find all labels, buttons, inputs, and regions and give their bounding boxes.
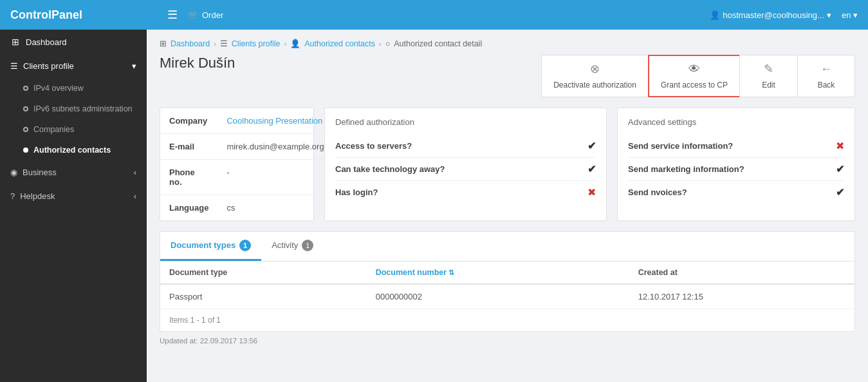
language-value: cs xyxy=(217,195,333,220)
tab-activity-label: Activity xyxy=(272,240,298,250)
contact-row-company: Company Coolhousing Presentation xyxy=(160,108,333,134)
grant-access-button[interactable]: 👁 Grant access to CP xyxy=(648,55,739,97)
breadcrumb-dashboard[interactable]: Dashboard xyxy=(171,39,210,48)
auth-label-0: Access to servers? xyxy=(335,141,412,151)
breadcrumb-authorized-contacts[interactable]: Authorized contacts xyxy=(304,39,375,48)
tabs-section-wrapper: Document types 1 Activity 1 Document typ… xyxy=(160,231,855,332)
breadcrumb-contacts-icon: 👤 xyxy=(290,39,300,48)
breadcrumb-list-icon: ☰ xyxy=(220,39,228,48)
sidebar-item-helpdesk[interactable]: ? Helpdesk ‹ xyxy=(0,184,147,208)
phone-label: Phone no. xyxy=(160,159,217,195)
hamburger-icon[interactable]: ☰ xyxy=(167,8,178,22)
adv-row-2: Send nvoices? ✔ xyxy=(628,181,844,204)
auth-check-1: ✔ xyxy=(587,163,596,175)
lang-selector[interactable]: en ▾ xyxy=(842,10,858,20)
clients-profile-icon: ☰ xyxy=(10,61,18,71)
sidebar: ⊞ Dashboard ☰ Clients profile ▾ IPv4 ove… xyxy=(0,30,147,382)
user-menu[interactable]: 👤 hostmaster@coolhousing... ▾ xyxy=(710,10,831,20)
adv-check-0: ✖ xyxy=(836,140,844,152)
table-footer: Items 1 - 1 of 1 xyxy=(160,309,854,331)
updated-at: Updated at: 22.09.2017 13:56 xyxy=(160,337,257,345)
layout: ⊞ Dashboard ☰ Clients profile ▾ IPv4 ove… xyxy=(0,30,868,382)
breadcrumb-current: Authorized contact detail xyxy=(394,39,482,48)
sidebar-item-clients-profile[interactable]: ☰ Clients profile ▾ xyxy=(0,54,147,78)
advanced-settings-section: Advanced settings Send service informati… xyxy=(618,108,854,213)
company-value: Coolhousing Presentation xyxy=(217,108,333,134)
breadcrumb-clients-profile[interactable]: Clients profile xyxy=(232,39,281,48)
auth-label-2: Has login? xyxy=(335,187,378,197)
email-label: E-mail xyxy=(160,133,217,159)
adv-label-1: Send marketing information? xyxy=(628,164,744,174)
lang-chevron-icon: ▾ xyxy=(853,10,858,20)
table-row: Passport 0000000002 12.10.2017 12:15 xyxy=(160,284,854,309)
contact-row-email: E-mail mirek.dusin@example.org xyxy=(160,133,333,159)
clients-profile-submenu: IPv4 overview IPv6 subnets administratio… xyxy=(0,78,147,160)
edit-icon: ✎ xyxy=(764,61,773,77)
sidebar-item-dashboard[interactable]: ⊞ Dashboard xyxy=(0,30,147,54)
sidebar-item-ipv6[interactable]: IPv6 subnets administration xyxy=(0,99,147,119)
breadcrumb-sep1: › xyxy=(214,40,216,48)
col-document-type: Document type xyxy=(160,262,367,284)
company-label: Company xyxy=(160,108,217,134)
cell-doc-number: 0000000002 xyxy=(367,284,629,309)
business-icon: ◉ xyxy=(10,167,17,177)
eye-icon: 👁 xyxy=(688,61,700,77)
edit-button[interactable]: ✎ Edit xyxy=(739,55,797,97)
user-icon: 👤 xyxy=(710,10,720,20)
brand-title: ControlPanel xyxy=(10,8,152,22)
dashboard-icon: ⊞ xyxy=(10,37,21,47)
email-value: mirek.dusin@example.org xyxy=(217,133,333,159)
tab-document-types[interactable]: Document types 1 xyxy=(160,232,261,261)
auth-label-1: Can take technology away? xyxy=(335,164,445,174)
table-footer-text: Items 1 - 1 of 1 xyxy=(169,316,221,325)
back-button[interactable]: ← Back xyxy=(797,55,855,97)
tab-activity[interactable]: Activity 1 xyxy=(261,232,324,261)
sidebar-item-ipv4[interactable]: IPv4 overview xyxy=(0,78,147,99)
deactivate-button[interactable]: ⊗ Deactivate authorization xyxy=(541,55,648,97)
user-email: hostmaster@coolhousing... xyxy=(723,10,824,20)
contact-card: Company Coolhousing Presentation E-mail … xyxy=(160,108,314,221)
breadcrumb-circle-icon: ○ xyxy=(385,39,391,48)
sidebar-item-companies[interactable]: Companies xyxy=(0,119,147,140)
main-content: ⊞ Dashboard › ☰ Clients profile › 👤 Auth… xyxy=(147,30,868,382)
breadcrumb: ⊞ Dashboard › ☰ Clients profile › 👤 Auth… xyxy=(160,39,855,48)
defined-auth-title: Defined authorization xyxy=(335,117,596,127)
auth-row-0: Access to servers? ✔ xyxy=(335,135,596,158)
auth-check-2: ✖ xyxy=(587,186,596,198)
back-icon: ← xyxy=(820,61,832,77)
phone-value: - xyxy=(217,159,333,195)
chevron-left-icon: ‹ xyxy=(134,167,136,177)
document-table: Document type Document number Created at… xyxy=(160,262,854,309)
dot-icon xyxy=(23,106,28,111)
order-link[interactable]: 🛒 Order xyxy=(188,10,223,20)
adv-row-0: Send service information? ✖ xyxy=(628,135,844,158)
contact-row-language: Language cs xyxy=(160,195,333,220)
adv-label-2: Send nvoices? xyxy=(628,187,687,197)
col-document-number[interactable]: Document number xyxy=(367,262,629,284)
breadcrumb-home-icon: ⊞ xyxy=(160,39,167,48)
top-nav: ControlPanel ☰ 🛒 Order 👤 hostmaster@cool… xyxy=(0,0,868,30)
sidebar-item-business[interactable]: ◉ Business ‹ xyxy=(0,160,147,184)
page-footer: Updated at: 22.09.2017 13:56 xyxy=(160,332,855,350)
auth-row-2: Has login? ✖ xyxy=(335,181,596,204)
advanced-settings-title: Advanced settings xyxy=(628,117,844,127)
cell-doc-type: Passport xyxy=(160,284,367,309)
col-created-at: Created at xyxy=(629,262,854,284)
advanced-settings-card: Advanced settings Send service informati… xyxy=(617,108,855,221)
breadcrumb-sep2: › xyxy=(284,40,287,48)
language-label: Language xyxy=(160,195,217,220)
adv-row-1: Send marketing information? ✔ xyxy=(628,158,844,181)
chevron-down-icon: ▾ xyxy=(132,61,136,71)
chevron-left-icon: ‹ xyxy=(134,191,136,201)
content-grid: Company Coolhousing Presentation E-mail … xyxy=(160,108,855,221)
cart-icon: 🛒 xyxy=(188,10,198,20)
tab-document-types-badge: 1 xyxy=(239,240,251,251)
deactivate-icon: ⊗ xyxy=(590,61,600,77)
dot-icon xyxy=(23,86,28,91)
dot-icon xyxy=(23,127,28,132)
company-link[interactable]: Coolhousing Presentation xyxy=(226,116,322,126)
nav-right: 👤 hostmaster@coolhousing... ▾ en ▾ xyxy=(710,10,858,20)
sidebar-item-authorized-contacts[interactable]: Authorized contacts xyxy=(0,140,147,160)
helpdesk-icon: ? xyxy=(10,191,15,201)
tab-document-types-label: Document types xyxy=(171,240,235,250)
